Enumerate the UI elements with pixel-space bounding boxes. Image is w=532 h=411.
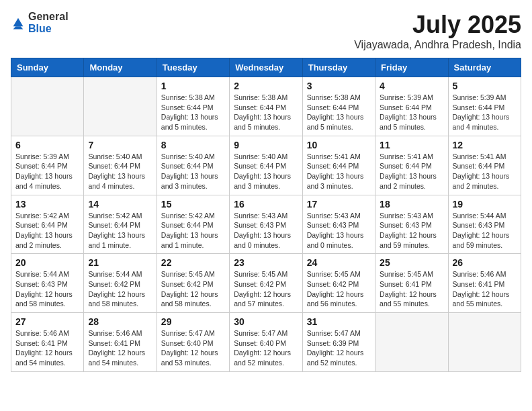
- day-number: 7: [88, 140, 152, 150]
- calendar-cell: [11, 77, 84, 136]
- calendar-header-row: SundayMondayTuesdayWednesdayThursdayFrid…: [11, 58, 521, 77]
- column-header-wednesday: Wednesday: [230, 58, 302, 77]
- day-number: 12: [453, 140, 517, 150]
- day-number: 17: [307, 199, 371, 210]
- day-info: Sunrise: 5:38 AM Sunset: 6:44 PM Dayligh…: [234, 93, 298, 132]
- day-number: 4: [380, 81, 443, 91]
- day-info: Sunrise: 5:40 AM Sunset: 6:44 PM Dayligh…: [161, 152, 225, 191]
- day-number: 26: [453, 257, 517, 268]
- logo-general-text: General: [28, 11, 69, 22]
- day-info: Sunrise: 5:45 AM Sunset: 6:42 PM Dayligh…: [234, 269, 298, 309]
- calendar: SundayMondayTuesdayWednesdayThursdayFrid…: [11, 58, 521, 372]
- day-number: 11: [380, 140, 443, 150]
- calendar-cell: 11Sunrise: 5:41 AM Sunset: 6:44 PM Dayli…: [375, 136, 448, 195]
- day-info: Sunrise: 5:39 AM Sunset: 6:44 PM Dayligh…: [453, 93, 517, 132]
- day-number: 1: [161, 81, 225, 91]
- day-info: Sunrise: 5:45 AM Sunset: 6:42 PM Dayligh…: [307, 269, 371, 309]
- day-info: Sunrise: 5:45 AM Sunset: 6:42 PM Dayligh…: [161, 269, 225, 309]
- calendar-cell: 26Sunrise: 5:46 AM Sunset: 6:41 PM Dayli…: [448, 254, 521, 313]
- calendar-cell: 15Sunrise: 5:42 AM Sunset: 6:44 PM Dayli…: [157, 195, 229, 254]
- column-header-friday: Friday: [375, 58, 448, 77]
- day-number: 5: [453, 81, 517, 91]
- day-number: 18: [380, 199, 443, 210]
- calendar-cell: 6Sunrise: 5:39 AM Sunset: 6:44 PM Daylig…: [11, 136, 84, 195]
- day-info: Sunrise: 5:44 AM Sunset: 6:43 PM Dayligh…: [453, 211, 517, 250]
- calendar-cell: 12Sunrise: 5:41 AM Sunset: 6:44 PM Dayli…: [448, 136, 521, 195]
- calendar-cell: 24Sunrise: 5:45 AM Sunset: 6:42 PM Dayli…: [302, 254, 375, 313]
- day-info: Sunrise: 5:42 AM Sunset: 6:44 PM Dayligh…: [88, 211, 152, 250]
- day-number: 31: [307, 316, 371, 327]
- day-info: Sunrise: 5:40 AM Sunset: 6:44 PM Dayligh…: [88, 152, 152, 191]
- month-title: July 2025: [354, 11, 521, 39]
- day-info: Sunrise: 5:44 AM Sunset: 6:43 PM Dayligh…: [15, 269, 79, 309]
- day-number: 6: [15, 140, 79, 150]
- logo: General Blue: [11, 11, 69, 35]
- day-number: 30: [234, 316, 298, 327]
- calendar-cell: 10Sunrise: 5:41 AM Sunset: 6:44 PM Dayli…: [302, 136, 375, 195]
- day-info: Sunrise: 5:47 AM Sunset: 6:40 PM Dayligh…: [161, 328, 225, 368]
- day-number: 2: [234, 81, 298, 91]
- week-row-2: 6Sunrise: 5:39 AM Sunset: 6:44 PM Daylig…: [11, 136, 521, 195]
- day-info: Sunrise: 5:42 AM Sunset: 6:44 PM Dayligh…: [161, 211, 225, 250]
- day-number: 23: [234, 257, 298, 268]
- calendar-cell: 8Sunrise: 5:40 AM Sunset: 6:44 PM Daylig…: [157, 136, 229, 195]
- column-header-sunday: Sunday: [11, 58, 84, 77]
- calendar-cell: 2Sunrise: 5:38 AM Sunset: 6:44 PM Daylig…: [230, 77, 302, 136]
- logo-blue-text: Blue: [28, 23, 52, 34]
- calendar-cell: 25Sunrise: 5:45 AM Sunset: 6:41 PM Dayli…: [375, 254, 448, 313]
- day-number: 22: [161, 257, 225, 268]
- day-info: Sunrise: 5:43 AM Sunset: 6:43 PM Dayligh…: [234, 211, 298, 250]
- day-info: Sunrise: 5:38 AM Sunset: 6:44 PM Dayligh…: [161, 93, 225, 132]
- day-number: 27: [15, 316, 79, 327]
- calendar-cell: 31Sunrise: 5:47 AM Sunset: 6:39 PM Dayli…: [302, 313, 375, 372]
- day-info: Sunrise: 5:41 AM Sunset: 6:44 PM Dayligh…: [307, 152, 371, 191]
- day-number: 16: [234, 199, 298, 210]
- column-header-saturday: Saturday: [448, 58, 521, 77]
- week-row-5: 27Sunrise: 5:46 AM Sunset: 6:41 PM Dayli…: [11, 313, 521, 372]
- day-number: 9: [234, 140, 298, 150]
- day-info: Sunrise: 5:47 AM Sunset: 6:40 PM Dayligh…: [234, 328, 298, 368]
- day-info: Sunrise: 5:39 AM Sunset: 6:44 PM Dayligh…: [380, 93, 443, 132]
- calendar-cell: 29Sunrise: 5:47 AM Sunset: 6:40 PM Dayli…: [157, 313, 229, 372]
- calendar-cell: [448, 313, 521, 372]
- calendar-cell: 30Sunrise: 5:47 AM Sunset: 6:40 PM Dayli…: [230, 313, 302, 372]
- calendar-cell: 27Sunrise: 5:46 AM Sunset: 6:41 PM Dayli…: [11, 313, 84, 372]
- svg-marker-0: [13, 18, 24, 26]
- calendar-cell: 16Sunrise: 5:43 AM Sunset: 6:43 PM Dayli…: [230, 195, 302, 254]
- day-number: 3: [307, 81, 371, 91]
- day-info: Sunrise: 5:41 AM Sunset: 6:44 PM Dayligh…: [453, 152, 517, 191]
- calendar-cell: 1Sunrise: 5:38 AM Sunset: 6:44 PM Daylig…: [157, 77, 229, 136]
- week-row-4: 20Sunrise: 5:44 AM Sunset: 6:43 PM Dayli…: [11, 254, 521, 313]
- column-header-monday: Monday: [84, 58, 157, 77]
- location-title: Vijayawada, Andhra Pradesh, India: [354, 39, 521, 51]
- day-info: Sunrise: 5:45 AM Sunset: 6:41 PM Dayligh…: [380, 269, 443, 309]
- title-area: July 2025 Vijayawada, Andhra Pradesh, In…: [354, 11, 521, 51]
- calendar-cell: 17Sunrise: 5:43 AM Sunset: 6:43 PM Dayli…: [302, 195, 375, 254]
- day-info: Sunrise: 5:39 AM Sunset: 6:44 PM Dayligh…: [15, 152, 79, 191]
- day-number: 14: [88, 199, 152, 210]
- calendar-cell: 9Sunrise: 5:40 AM Sunset: 6:44 PM Daylig…: [230, 136, 302, 195]
- day-number: 25: [380, 257, 443, 268]
- day-info: Sunrise: 5:41 AM Sunset: 6:44 PM Dayligh…: [380, 152, 443, 191]
- day-info: Sunrise: 5:47 AM Sunset: 6:39 PM Dayligh…: [307, 328, 371, 368]
- calendar-cell: 3Sunrise: 5:38 AM Sunset: 6:44 PM Daylig…: [302, 77, 375, 136]
- day-number: 21: [88, 257, 152, 268]
- calendar-cell: 13Sunrise: 5:42 AM Sunset: 6:44 PM Dayli…: [11, 195, 84, 254]
- day-number: 28: [88, 316, 152, 327]
- calendar-cell: 28Sunrise: 5:46 AM Sunset: 6:41 PM Dayli…: [84, 313, 157, 372]
- day-info: Sunrise: 5:43 AM Sunset: 6:43 PM Dayligh…: [380, 211, 443, 250]
- calendar-cell: 23Sunrise: 5:45 AM Sunset: 6:42 PM Dayli…: [230, 254, 302, 313]
- day-info: Sunrise: 5:46 AM Sunset: 6:41 PM Dayligh…: [15, 328, 79, 368]
- calendar-cell: [375, 313, 448, 372]
- calendar-cell: 7Sunrise: 5:40 AM Sunset: 6:44 PM Daylig…: [84, 136, 157, 195]
- day-info: Sunrise: 5:44 AM Sunset: 6:42 PM Dayligh…: [88, 269, 152, 309]
- day-info: Sunrise: 5:46 AM Sunset: 6:41 PM Dayligh…: [453, 269, 517, 309]
- calendar-cell: 4Sunrise: 5:39 AM Sunset: 6:44 PM Daylig…: [375, 77, 448, 136]
- day-number: 24: [307, 257, 371, 268]
- calendar-cell: 14Sunrise: 5:42 AM Sunset: 6:44 PM Dayli…: [84, 195, 157, 254]
- calendar-cell: 21Sunrise: 5:44 AM Sunset: 6:42 PM Dayli…: [84, 254, 157, 313]
- calendar-cell: 5Sunrise: 5:39 AM Sunset: 6:44 PM Daylig…: [448, 77, 521, 136]
- week-row-1: 1Sunrise: 5:38 AM Sunset: 6:44 PM Daylig…: [11, 77, 521, 136]
- day-number: 8: [161, 140, 225, 150]
- day-number: 20: [15, 257, 79, 268]
